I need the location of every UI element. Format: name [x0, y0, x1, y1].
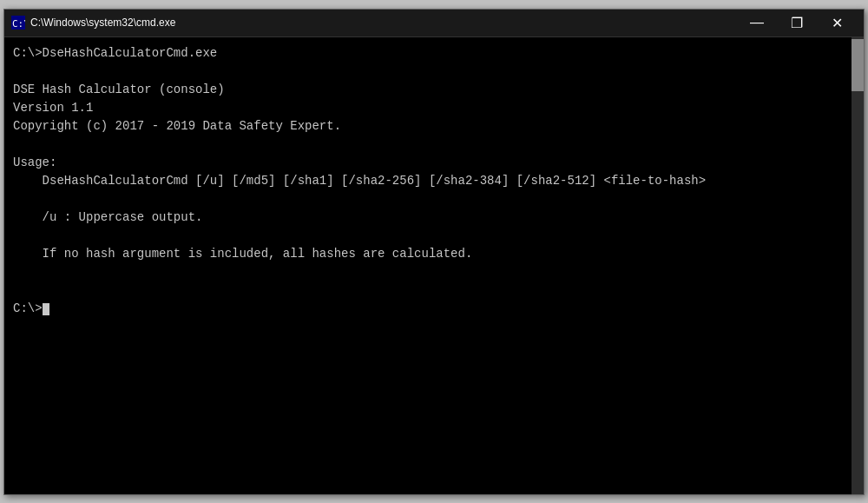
console-area[interactable]: C:\>DseHashCalculatorCmd.exe DSE Hash Ca… [4, 37, 864, 494]
console-line: /u : Uppercase output. [13, 208, 838, 227]
console-line [13, 281, 838, 300]
minimize-button[interactable]: — [737, 9, 777, 36]
console-line: Version 1.1 [13, 99, 838, 117]
console-line [13, 263, 838, 281]
console-line [13, 190, 838, 208]
cmd-window: C:\ C:\Windows\system32\cmd.exe — ❐ ✕ C:… [3, 9, 865, 495]
cmd-window-icon: C:\ [11, 16, 25, 30]
console-line: DseHashCalculatorCmd [/u] [/md5] [/sha1]… [13, 172, 838, 190]
svg-text:C:\: C:\ [12, 18, 25, 30]
console-line: Usage: [13, 154, 838, 172]
console-line: If no hash argument is included, all has… [13, 245, 838, 263]
console-line [13, 227, 838, 245]
console-line: Copyright (c) 2017 - 2019 Data Safety Ex… [13, 117, 838, 136]
scrollbar-thumb[interactable] [852, 39, 864, 91]
maximize-button[interactable]: ❐ [777, 9, 817, 36]
console-line [13, 136, 838, 154]
scrollbar-track[interactable] [852, 37, 864, 494]
console-line [13, 63, 838, 81]
window-controls: — ❐ ✕ [737, 9, 857, 36]
console-line: DSE Hash Calculator (console) [13, 81, 838, 99]
title-bar: C:\ C:\Windows\system32\cmd.exe — ❐ ✕ [4, 10, 864, 37]
cursor [43, 303, 49, 315]
console-line: C:\>DseHashCalculatorCmd.exe [13, 44, 838, 63]
close-button[interactable]: ✕ [817, 9, 857, 36]
console-output: C:\>DseHashCalculatorCmd.exe DSE Hash Ca… [13, 44, 855, 318]
window-title: C:\Windows\system32\cmd.exe [30, 17, 175, 29]
title-bar-left: C:\ C:\Windows\system32\cmd.exe [11, 16, 175, 30]
console-line: C:\> [13, 300, 838, 318]
